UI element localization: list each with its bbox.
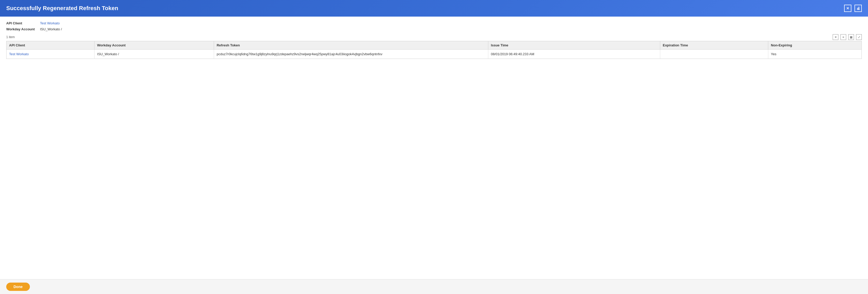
page-header: Successfully Regenerated Refresh Token ✕… xyxy=(0,0,868,16)
workday-account-label: Workday Account xyxy=(6,27,40,31)
filter-icon[interactable]: ≡ xyxy=(840,34,846,40)
table-toolbar: ✕ ≡ ▦ ⤢ xyxy=(833,34,862,40)
cell-expiration-time xyxy=(660,49,768,59)
api-client-value[interactable]: Test Workato xyxy=(40,21,60,25)
workday-account-value: ISU_Workato / xyxy=(40,27,62,31)
api-client-label: API Client xyxy=(6,21,40,25)
col-workday-account: Workday Account xyxy=(94,41,214,49)
export-icon[interactable]: ✕ xyxy=(833,34,838,40)
columns-icon[interactable]: ▦ xyxy=(848,34,854,40)
api-client-link[interactable]: Test Workato xyxy=(9,52,29,56)
api-client-row: API Client Test Workato xyxy=(6,21,862,25)
col-expiration-time: Expiration Time xyxy=(660,41,768,49)
expand-icon[interactable]: ⤢ xyxy=(856,34,862,40)
col-non-expiring: Non-Expiring xyxy=(768,41,862,49)
item-count-bar: 1 item ✕ ≡ ▦ ⤢ xyxy=(6,34,862,40)
cell-workday-account: ISU_Workato / xyxy=(94,49,214,59)
cell-issue-time: 08/01/2019 06:49:40.233 AM xyxy=(488,49,660,59)
results-table: API Client Workday Account Refresh Token… xyxy=(6,41,862,59)
main-content: API Client Test Workato Workday Account … xyxy=(0,16,868,59)
col-api-client: API Client xyxy=(6,41,94,49)
header-icons: ✕ 🖨 xyxy=(844,5,862,12)
close-icon[interactable]: ✕ xyxy=(844,5,851,12)
print-icon[interactable]: 🖨 xyxy=(855,5,862,12)
page-title: Successfully Regenerated Refresh Token xyxy=(6,5,118,12)
table-header-row: API Client Workday Account Refresh Token… xyxy=(6,41,862,49)
cell-refresh-token: pcduz7r0kcujclq6dng76tw1g9j8zylnu9qrj1zd… xyxy=(214,49,488,59)
col-issue-time: Issue Time xyxy=(488,41,660,49)
table-row: Test Workato ISU_Workato / pcduz7r0kcujc… xyxy=(6,49,862,59)
workday-account-row: Workday Account ISU_Workato / xyxy=(6,27,862,31)
item-count-label: 1 item xyxy=(6,35,15,39)
cell-non-expiring: Yes xyxy=(768,49,862,59)
cell-api-client: Test Workato xyxy=(6,49,94,59)
col-refresh-token: Refresh Token xyxy=(214,41,488,49)
